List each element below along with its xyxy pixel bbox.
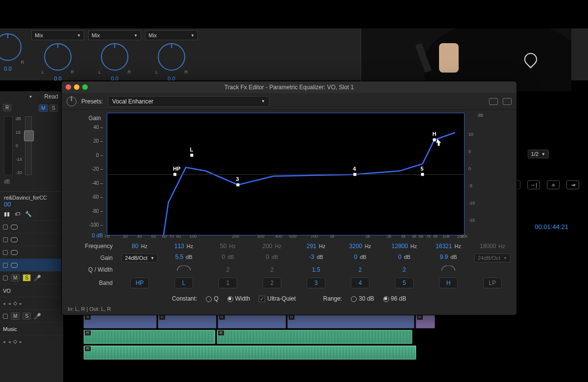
q-value[interactable] [470, 266, 514, 274]
overwrite-button[interactable]: ⇥ [566, 180, 579, 189]
knob-value[interactable]: 0.0 [4, 66, 11, 72]
eq-node-HP[interactable] [173, 173, 176, 176]
wrench-icon[interactable]: 🔧 [25, 211, 32, 217]
audio-clip[interactable]: R [83, 345, 416, 360]
lock-icon[interactable] [3, 225, 8, 229]
ultra-quiet-checkbox[interactable]: ✓Ultra-Quiet [259, 295, 295, 302]
collapse-icon[interactable]: ◂ [3, 301, 5, 306]
marker-icon[interactable]: ▮▮ [4, 211, 10, 217]
window-icon[interactable] [503, 98, 512, 105]
gain-value[interactable]: 0 dB [250, 254, 294, 262]
q-value[interactable]: 2 [382, 266, 426, 274]
collapse-icon[interactable]: ◂ [3, 339, 5, 344]
eq-node-3[interactable] [237, 183, 240, 186]
track-row[interactable] [0, 246, 63, 258]
prev-icon[interactable]: ◂ [8, 301, 11, 306]
lock-icon[interactable] [3, 250, 8, 255]
step-button[interactable]: →| [527, 180, 540, 189]
band-button[interactable]: 4 [338, 278, 382, 288]
mute-button[interactable]: M [11, 274, 20, 281]
power-button[interactable] [67, 97, 76, 106]
preset-select[interactable]: Vocal Enhancer▼ [108, 96, 270, 107]
freq-value[interactable]: 291 Hz [294, 243, 338, 250]
freq-value[interactable]: 80 Hz [118, 243, 162, 250]
timeline[interactable]: R R R R R R R R [83, 314, 588, 363]
lock-icon[interactable] [3, 263, 8, 268]
eq-node-4[interactable] [353, 173, 356, 176]
r-button[interactable]: R [3, 104, 11, 111]
tag-icon[interactable]: 🏷 [15, 211, 20, 217]
mute-button[interactable]: M [39, 104, 48, 112]
eq-node-L[interactable] [190, 154, 193, 157]
gain-value[interactable]: 24dB/Oct ▼ [470, 254, 514, 262]
mix-select[interactable]: Mix▼ [88, 30, 141, 40]
gain-value[interactable]: 9.9 dB [426, 254, 470, 262]
freq-value[interactable]: 113 Hz [162, 243, 206, 250]
solo-button[interactable]: S [23, 274, 31, 281]
pan-knob[interactable] [44, 43, 72, 71]
gain-value[interactable]: 24dB/Oct ▼ [118, 254, 162, 262]
mic-icon[interactable]: 🎤 [34, 313, 41, 320]
eye-icon[interactable] [11, 225, 18, 229]
band-button[interactable]: 5 [382, 278, 426, 288]
eq-node-H[interactable] [433, 138, 436, 141]
lock-icon[interactable] [3, 237, 8, 242]
eq-node-5[interactable] [421, 173, 424, 176]
range-30-radio[interactable]: 30 dB [351, 295, 374, 302]
video-clip[interactable]: R [83, 314, 157, 329]
keyframe-icon[interactable] [13, 301, 17, 305]
mix-select[interactable]: Mix▼ [145, 30, 198, 40]
band-button[interactable]: H [426, 278, 470, 288]
track-label-row[interactable]: Music [0, 322, 63, 335]
band-button[interactable]: 1 [206, 278, 250, 288]
next-icon[interactable]: ▸ [20, 339, 22, 344]
mute-button[interactable]: M [11, 312, 20, 320]
gain-value[interactable]: 5.5 dB [162, 254, 206, 262]
q-value[interactable] [118, 266, 162, 274]
constant-q-radio[interactable]: Q [206, 295, 218, 302]
freq-value[interactable]: 12800 Hz [382, 243, 426, 250]
track-row[interactable] [0, 220, 63, 233]
insert-button[interactable]: ⎆ [547, 180, 560, 189]
routing-icon[interactable] [489, 98, 498, 105]
knob-value[interactable]: 0.0 [54, 76, 61, 81]
gain-value[interactable]: -3 dB [294, 254, 338, 262]
q-value[interactable]: 2 [250, 266, 294, 274]
video-clip[interactable]: R [158, 314, 217, 329]
eye-icon[interactable] [11, 263, 18, 268]
pan-knob[interactable] [158, 43, 185, 71]
constant-width-radio[interactable]: Width [227, 295, 250, 302]
titlebar[interactable]: Track Fx Editor - Parametric Equalizer: … [62, 81, 516, 93]
prev-icon[interactable]: ◂ [8, 339, 11, 344]
q-value[interactable] [162, 266, 206, 274]
maximize-button[interactable] [82, 84, 88, 90]
band-button[interactable]: 2 [250, 278, 294, 288]
track-row[interactable] [0, 233, 63, 246]
video-clip[interactable]: R [218, 314, 286, 329]
freq-value[interactable]: 3200 Hz [338, 243, 382, 250]
q-value[interactable]: 1.5 [294, 266, 338, 274]
band-button[interactable]: L [162, 278, 206, 288]
mic-icon[interactable]: 🎤 [34, 275, 41, 281]
band-button[interactable]: HP [118, 278, 162, 288]
eye-icon[interactable] [11, 250, 18, 255]
audio-clip[interactable]: R [83, 330, 216, 344]
eq-chart[interactable]: HPL345H Hz304050607080100200300400500700… [107, 113, 465, 235]
gain-value[interactable]: 0 dB [382, 254, 426, 262]
track-row-music[interactable]: M S 🎤 [0, 309, 63, 322]
gain-value[interactable]: 0 dB [206, 254, 250, 262]
band-button[interactable]: 3 [294, 278, 338, 288]
video-clip[interactable]: R [416, 314, 435, 329]
lock-icon[interactable] [3, 314, 8, 319]
read-label[interactable]: Read [44, 93, 58, 100]
q-value[interactable] [426, 266, 470, 274]
project-name[interactable]: re&Davinci_forCC [4, 195, 59, 201]
freq-value[interactable]: 16321 Hz [426, 243, 470, 250]
pan-knob[interactable] [0, 33, 22, 61]
band-button[interactable]: LP [470, 278, 514, 288]
track-row-selected[interactable] [0, 258, 63, 271]
q-value[interactable]: 2 [206, 266, 250, 274]
freq-value[interactable]: 50 Hz [206, 243, 250, 250]
range-96-radio[interactable]: 96 dB [383, 295, 406, 302]
video-clip[interactable]: R [287, 314, 415, 329]
